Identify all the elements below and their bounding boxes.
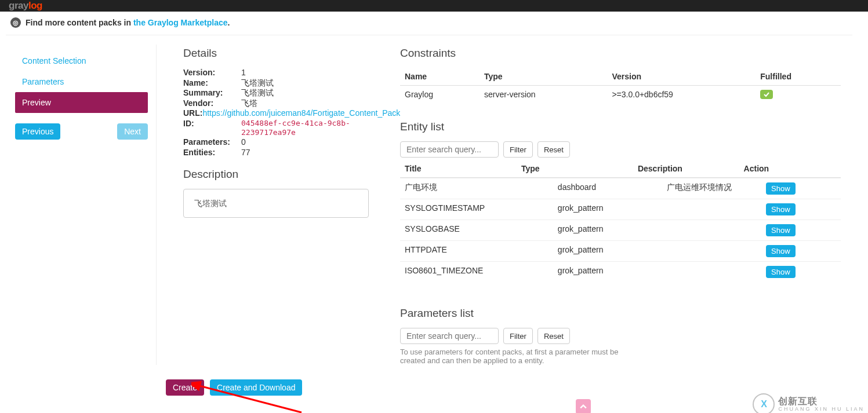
entity-filter-button[interactable]: Filter xyxy=(503,141,533,158)
constraints-heading: Constraints xyxy=(400,47,841,60)
entity-list-heading: Entity list xyxy=(400,120,841,133)
value-version: 1 xyxy=(241,68,377,78)
watermark-sub: CHUANG XIN HU LIAN xyxy=(778,406,865,412)
target-icon: ◎ xyxy=(10,17,21,28)
top-navbar: graylog xyxy=(0,0,868,12)
th-title: Title xyxy=(400,160,517,178)
entity-title: ISO8601_TIMEZONE xyxy=(400,262,553,283)
entity-row: SYSLOGBASEgrok_patternShow xyxy=(400,220,841,241)
details-column: Details Version:1 Name:飞塔测试 Summary:飞塔测试… xyxy=(157,45,400,365)
description-box: 飞塔测试 xyxy=(183,189,369,218)
label-id: ID: xyxy=(183,119,241,138)
label-parameters: Parameters: xyxy=(183,137,241,148)
entity-desc xyxy=(662,262,761,283)
chevron-up-icon xyxy=(580,403,587,410)
constraint-version: >=3.0.0+db6cf59 xyxy=(607,86,756,104)
entity-title: SYSLOGBASE xyxy=(400,220,553,241)
watermark-icon: X xyxy=(753,393,775,413)
params-reset-button[interactable]: Reset xyxy=(537,328,570,344)
brand-part1: gray xyxy=(9,0,28,11)
sidebar-item-preview[interactable]: Preview xyxy=(15,92,148,113)
entity-desc xyxy=(662,199,761,220)
entity-table-header: Title Type Description Action xyxy=(400,160,841,178)
entity-title: 广电环境 xyxy=(400,178,553,199)
next-button[interactable]: Next xyxy=(117,123,148,140)
wizard-sidebar: Content Selection Parameters Preview Pre… xyxy=(12,45,157,365)
sidebar-item-parameters[interactable]: Parameters xyxy=(15,71,148,92)
constraint-fulfilled xyxy=(756,86,841,104)
entity-type: grok_pattern xyxy=(553,262,662,283)
description-heading: Description xyxy=(183,168,377,181)
parameters-list-heading: Parameters list xyxy=(400,307,841,320)
entity-show-button[interactable]: Show xyxy=(766,224,796,236)
entity-show-button[interactable]: Show xyxy=(766,266,796,278)
value-summary: 飞塔测试 xyxy=(241,88,377,98)
th-action: Action xyxy=(739,160,841,178)
constraint-name: Graylog xyxy=(400,86,480,104)
entity-type: grok_pattern xyxy=(553,241,662,262)
entity-type: grok_pattern xyxy=(553,199,662,220)
brand-logo: graylog xyxy=(9,0,42,12)
entity-show-button[interactable]: Show xyxy=(766,182,796,195)
label-name: Name: xyxy=(183,78,241,89)
th-fulfilled: Fulfilled xyxy=(756,68,841,86)
watermark: X 创新互联 CHUANG XIN HU LIAN xyxy=(753,393,865,413)
entity-row: 广电环境dashboard广电运维环境情况Show xyxy=(400,178,841,199)
entity-type: dashboard xyxy=(553,178,662,199)
th-name: Name xyxy=(400,68,480,86)
entity-table: 广电环境dashboard广电运维环境情况ShowSYSLOGTIMESTAMP… xyxy=(400,178,841,282)
label-summary: Summary: xyxy=(183,88,241,98)
th-version: Version xyxy=(607,68,756,86)
label-version: Version: xyxy=(183,68,241,78)
entity-type: grok_pattern xyxy=(553,220,662,241)
value-vendor: 飞塔 xyxy=(241,98,377,109)
label-url: URL: xyxy=(183,108,202,119)
constraints-table: Name Type Version Fulfilled Graylog serv… xyxy=(400,68,841,103)
entity-row: SYSLOGTIMESTAMPgrok_patternShow xyxy=(400,199,841,220)
entity-row: ISO8601_TIMEZONEgrok_patternShow xyxy=(400,262,841,283)
value-parameters: 0 xyxy=(241,137,377,148)
entity-title: SYSLOGTIMESTAMP xyxy=(400,199,553,220)
entity-show-button[interactable]: Show xyxy=(766,203,796,215)
sidebar-item-content-selection[interactable]: Content Selection xyxy=(15,50,148,71)
banner-text: Find more content packs in the Graylog M… xyxy=(26,18,230,27)
label-entities: Entities: xyxy=(183,148,241,158)
th-type: Type xyxy=(480,68,607,86)
entity-show-button[interactable]: Show xyxy=(766,245,796,257)
value-name: 飞塔测试 xyxy=(241,78,377,89)
constraint-type: server-version xyxy=(480,86,607,104)
entity-row: HTTPDATEgrok_patternShow xyxy=(400,241,841,262)
params-filter-button[interactable]: Filter xyxy=(503,328,533,344)
th-etype: Type xyxy=(517,160,633,178)
create-button[interactable]: Create xyxy=(166,379,204,396)
info-banner: ◎ Find more content packs in the Graylog… xyxy=(6,12,852,35)
create-download-button[interactable]: Create and Download xyxy=(210,379,302,396)
params-search-input[interactable] xyxy=(400,328,499,344)
details-heading: Details xyxy=(183,47,377,60)
entity-title: HTTPDATE xyxy=(400,241,553,262)
params-hint: To use parameters for content packs, at … xyxy=(400,348,644,365)
entity-desc xyxy=(662,241,761,262)
entity-desc xyxy=(662,220,761,241)
value-url-link[interactable]: https://github.com/juiceman84/Fortigate_… xyxy=(202,108,400,118)
previous-button[interactable]: Previous xyxy=(15,123,60,140)
entity-scroll-area[interactable]: 广电环境dashboard广电运维环境情况ShowSYSLOGTIMESTAMP… xyxy=(400,178,841,291)
value-id: 045488ef-cc9e-41ca-9c8b-2239717ea97e xyxy=(241,119,377,138)
marketplace-link[interactable]: the Graylog Marketplace xyxy=(133,18,228,27)
watermark-main: 创新互联 xyxy=(778,397,865,406)
entity-reset-button[interactable]: Reset xyxy=(537,141,570,158)
scroll-top-button[interactable] xyxy=(576,399,591,413)
th-desc: Description xyxy=(633,160,739,178)
brand-part2: log xyxy=(28,0,42,11)
check-icon xyxy=(760,90,773,99)
entity-search-input[interactable] xyxy=(400,141,499,158)
entity-desc: 广电运维环境情况 xyxy=(662,178,761,199)
constraint-row: Graylog server-version >=3.0.0+db6cf59 xyxy=(400,86,841,104)
label-vendor: Vendor: xyxy=(183,98,241,109)
value-entities: 77 xyxy=(241,148,377,158)
